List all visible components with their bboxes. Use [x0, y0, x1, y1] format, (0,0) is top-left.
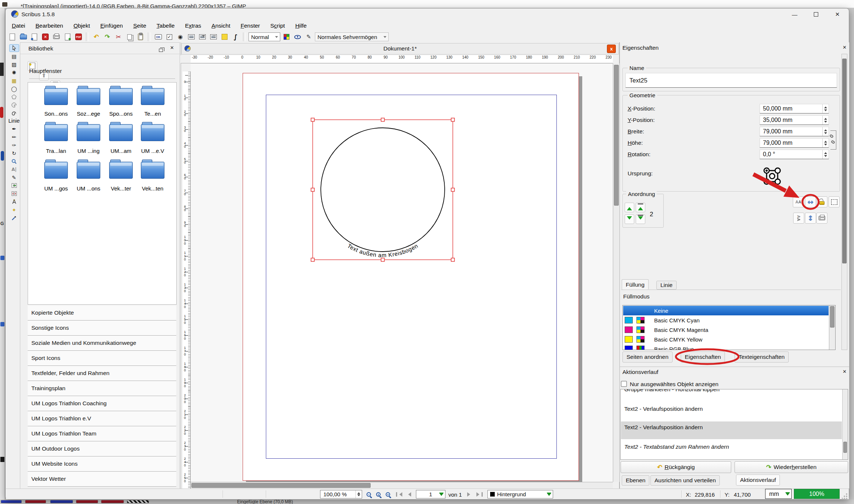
first-page-button[interactable] [395, 490, 403, 498]
undo-icon[interactable]: ↶ [91, 32, 101, 42]
enable-printing-button[interactable] [816, 213, 827, 224]
zoom-in-button[interactable]: + [383, 490, 392, 498]
selection-frame[interactable] [311, 118, 455, 262]
zoom-out-button[interactable]: − [364, 490, 373, 498]
close-document-icon[interactable]: ✕ [41, 32, 50, 42]
folder-icon[interactable] [141, 88, 164, 105]
minimize-button[interactable]: — [787, 10, 802, 19]
scrollbar-thumb[interactable] [191, 483, 371, 488]
insert-shape-icon[interactable]: ◯ [9, 85, 19, 92]
pdf-link-icon[interactable]: ∫ [231, 32, 240, 42]
menu-bearbeiten[interactable]: Bearbeiten [30, 21, 68, 31]
circle-shape[interactable] [321, 128, 445, 252]
x-position-input[interactable]: 50,000 mm [760, 104, 829, 113]
pdf-checkbox-icon[interactable]: ✓ [164, 32, 174, 42]
color-row-basic-cmyk-yellow[interactable]: Basic CMYK Yellow [623, 335, 829, 344]
history-scrollbar[interactable] [842, 389, 848, 459]
library-item[interactable]: UM Website Icons [28, 456, 176, 472]
bottom-tab-ausrichten-und-verteilen[interactable]: Ausrichten und verteilen [650, 475, 720, 486]
scrollbar-thumb[interactable] [842, 59, 847, 263]
library-item[interactable]: Textfelder, Felder und Rahmen [28, 366, 176, 381]
insert-text-frame-icon[interactable]: ▤ [9, 52, 19, 60]
library-item[interactable]: Vektor Wetter [28, 472, 176, 487]
insert-render-frame-icon[interactable]: ✺ [9, 69, 19, 76]
color-row-keine[interactable]: Keine [623, 306, 829, 315]
color-picker-icon[interactable] [9, 214, 19, 222]
history-item[interactable]: Gruppe markieren - Horizontal kippen [624, 389, 719, 393]
pdf-annotation-icon[interactable] [220, 32, 229, 42]
page-number-select[interactable]: 1 [416, 490, 445, 498]
library-item[interactable]: Sonstige Icons [28, 321, 176, 336]
folder-icon[interactable] [141, 124, 164, 141]
menu-script[interactable]: Script [265, 21, 290, 31]
insert-bezier-icon[interactable]: ✒ [9, 125, 19, 133]
raise-item-button[interactable] [625, 203, 634, 212]
close-panel-icon[interactable]: ✕ [170, 45, 174, 50]
folder-icon[interactable] [77, 88, 100, 105]
menu-hilfe[interactable]: Hilfe [290, 21, 312, 31]
zoom-100-button[interactable]: 1 [374, 490, 383, 498]
insert-arc-icon[interactable] [9, 101, 19, 109]
unit-select[interactable]: mm [765, 489, 792, 499]
measurements-icon[interactable] [9, 198, 19, 206]
folder-icon[interactable] [44, 162, 68, 179]
pdf-listbox-icon[interactable] [209, 32, 218, 42]
float-panel-icon[interactable] [159, 49, 163, 52]
dock-tab-texteigenschaften[interactable]: Texteigenschaften [735, 351, 789, 363]
tab-line[interactable]: Linie [656, 281, 677, 290]
folder-icon[interactable] [77, 124, 100, 141]
library-item[interactable]: UM Logos Triathlon e.V [28, 411, 176, 426]
history-item[interactable]: Text2 - Verlaufsposition ändern [624, 406, 703, 412]
menu-datei[interactable]: Datei [7, 21, 30, 31]
menu-extras[interactable]: Extras [180, 21, 206, 31]
unlink-text-frames-icon[interactable] [9, 190, 19, 197]
menu-einf-gen[interactable]: Einfügen [95, 21, 128, 31]
layer-select[interactable]: Hintergrund [487, 490, 553, 498]
spin-down-icon[interactable] [357, 494, 360, 498]
redo-icon[interactable]: ↷ [103, 32, 112, 42]
menu-objekt[interactable]: Objekt [68, 21, 95, 31]
close-panel-icon[interactable]: ✕ [843, 369, 847, 374]
horizontal-scrollbar[interactable] [191, 482, 613, 489]
scrollbar-thumb[interactable] [843, 442, 847, 453]
name-input[interactable]: Text25 [625, 73, 837, 88]
pdf-textfield-icon[interactable] [187, 32, 196, 42]
y-position-input[interactable]: 35,000 mm [760, 115, 829, 125]
h-he-input[interactable]: 79,000 mm [760, 138, 829, 148]
breite-input[interactable]: 79,000 mm [760, 127, 829, 136]
zoom-level-input[interactable]: 100,00 % [320, 490, 362, 498]
tab-fill[interactable]: Füllung [622, 279, 649, 290]
library-item[interactable]: UM Outdoor Logos [28, 441, 176, 456]
copy-item-properties-icon[interactable]: ✦ [9, 206, 19, 214]
print-icon[interactable] [52, 32, 61, 42]
link-text-frames-icon[interactable] [9, 182, 19, 189]
vision-defect-select[interactable]: Normales Sehvermögen [315, 32, 389, 41]
pdf-pushbutton-icon[interactable]: OK [153, 32, 163, 42]
edit-contents-icon[interactable]: A| [9, 165, 19, 173]
menu-tabelle[interactable]: Tabelle [152, 21, 180, 31]
folder-icon[interactable] [44, 124, 68, 141]
insert-table-icon[interactable]: ▦ [9, 77, 19, 84]
undo-button[interactable]: ↶Rückgängig [621, 461, 731, 473]
close-panel-icon[interactable]: ✕ [843, 45, 847, 50]
new-document-icon[interactable] [7, 32, 17, 42]
color-row-basic-cmyk-cyan[interactable]: Basic CMYK Cyan [623, 315, 829, 325]
insert-spiral-icon[interactable] [9, 109, 19, 117]
history-item[interactable]: Text2 - Textabstand zum Rahmen ändern [624, 444, 729, 450]
insert-image-frame-icon[interactable]: ▨ [9, 60, 19, 68]
paste-icon[interactable] [136, 32, 145, 42]
library-item[interactable]: UM Logos Triathlon Coaching [28, 396, 176, 411]
story-editor-icon[interactable]: ✎ [9, 174, 19, 181]
menu-seite[interactable]: Seite [128, 21, 151, 31]
vertical-scrollbar[interactable] [613, 63, 619, 482]
scrollbar-thumb[interactable] [614, 65, 619, 206]
rotate-item-icon[interactable]: ↻ [9, 149, 19, 157]
bottom-tab-aktionsverlauf[interactable]: Aktionsverlauf [736, 475, 780, 486]
folder-icon[interactable] [109, 162, 133, 179]
link-width-height-icon[interactable] [830, 130, 836, 150]
select-icon[interactable] [9, 44, 19, 52]
flip-vertical-button[interactable]: ↕ [805, 213, 816, 224]
bottom-tab-ebenen[interactable]: Ebenen [622, 475, 649, 486]
library-item[interactable]: Sport Icons [28, 351, 176, 366]
spin-up-icon[interactable] [357, 491, 360, 494]
